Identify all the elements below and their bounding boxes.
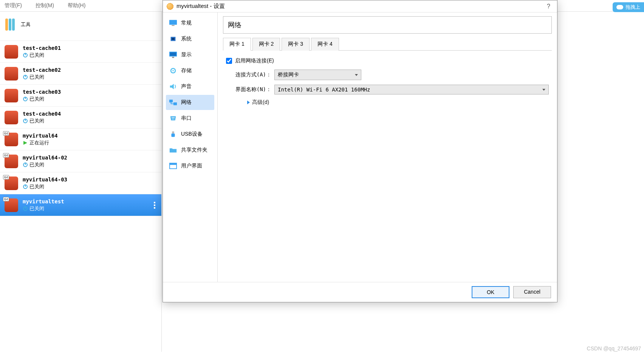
vm-info: test-cache01已关闭 [23, 45, 61, 59]
vm-name: myvirtual64 [23, 133, 58, 139]
svg-rect-31 [172, 132, 174, 134]
vm-os-icon [5, 111, 18, 124]
float-badge[interactable]: 拖拽上 [613, 2, 644, 12]
svg-rect-25 [173, 102, 177, 105]
svg-rect-34 [170, 163, 176, 165]
tab-nic3[interactable]: 网卡 3 [282, 38, 310, 51]
dialog-titlebar: myvirtualtest - 设置 ? [163, 0, 557, 12]
vm-status: 正在运行 [23, 139, 58, 146]
vm-os-icon [5, 67, 18, 81]
vm-item[interactable]: myvirtualtest已关闭 [0, 194, 161, 216]
vm-list: test-cache01已关闭test-cache02已关闭test-cache… [0, 41, 161, 216]
connection-type-label: 连接方式(A)： [226, 71, 271, 78]
vm-info: test-cache03已关闭 [23, 89, 61, 102]
ok-button[interactable]: OK [472, 286, 509, 298]
svg-rect-13 [25, 206, 26, 209]
dialog-help-button[interactable]: ? [544, 3, 553, 10]
connection-type-combo[interactable]: 桥接网卡 [274, 70, 361, 80]
vm-info: myvirtualtest已关闭 [23, 198, 64, 212]
svg-point-27 [173, 117, 173, 118]
nav-network[interactable]: 网络 [166, 95, 214, 110]
vm-name: myvirtual64-03 [23, 176, 67, 183]
menu-control[interactable]: 控制(M) [36, 2, 54, 9]
vm-status: 已关闭 [23, 74, 61, 81]
svg-point-26 [172, 117, 172, 118]
svg-rect-15 [172, 25, 174, 26]
vm-status: 已关闭 [23, 161, 67, 168]
nav-display[interactable]: 显示 [166, 47, 214, 62]
power-off-icon [23, 206, 28, 211]
running-icon [23, 140, 28, 146]
svg-rect-9 [25, 163, 26, 165]
vm-item[interactable]: myvirtual64-02已关闭 [0, 150, 161, 172]
power-off-icon [23, 184, 28, 189]
menu-help[interactable]: 帮助(H) [68, 2, 85, 9]
nav-ui[interactable]: 用户界面 [166, 158, 214, 173]
monitor-icon [169, 19, 177, 27]
settings-dialog: myvirtualtest - 设置 ? 常规 系统 显示 存储 声音 [163, 0, 557, 302]
nic-form: 启用网络连接(E) 连接方式(A)： 桥接网卡 界面名称(N)： Intel(R… [223, 56, 552, 107]
power-off-icon [23, 74, 28, 80]
svg-rect-20 [172, 57, 174, 58]
nav-shared[interactable]: 共享文件夹 [166, 142, 214, 158]
vm-item[interactable]: test-cache04已关闭 [0, 107, 161, 129]
svg-rect-19 [170, 53, 176, 56]
svg-rect-14 [169, 20, 177, 25]
interface-name-combo[interactable]: Intel(R) Wi-Fi 6 AX201 160MHz [274, 85, 549, 94]
settings-nav: 常规 系统 显示 存储 声音 网络 [163, 12, 218, 282]
nav-system[interactable]: 系统 [166, 31, 214, 46]
svg-rect-11 [25, 184, 26, 187]
tab-nic1[interactable]: 网卡 1 [223, 38, 251, 51]
vm-os-icon [5, 89, 18, 102]
vm-name: myvirtualtest [23, 198, 64, 204]
nav-general[interactable]: 常规 [166, 15, 214, 31]
tools-item[interactable]: 工具 [0, 12, 161, 41]
vm-os-icon [5, 133, 18, 146]
svg-rect-32 [171, 133, 175, 137]
vm-os-icon [5, 45, 18, 59]
vm-name: test-cache04 [23, 111, 61, 117]
interface-name-label: 界面名称(N)： [226, 86, 271, 93]
usb-icon [169, 130, 177, 138]
vm-os-icon [5, 198, 18, 212]
tab-nic4[interactable]: 网卡 4 [311, 38, 339, 51]
vm-item[interactable]: myvirtual64正在运行 [0, 129, 161, 150]
power-off-icon [23, 96, 28, 102]
nav-audio[interactable]: 声音 [166, 79, 214, 94]
vm-info: test-cache02已关闭 [23, 67, 61, 81]
vm-item[interactable]: myvirtual64-03已关闭 [0, 172, 161, 194]
vm-info: myvirtual64-02已关闭 [23, 155, 67, 168]
vm-item[interactable]: test-cache02已关闭 [0, 63, 161, 85]
svg-rect-7 [25, 119, 26, 121]
power-off-icon [23, 162, 28, 167]
display-icon [169, 51, 177, 59]
cancel-button[interactable]: Cancel [513, 286, 551, 298]
folder-icon [169, 146, 177, 154]
svg-rect-1 [25, 53, 26, 55]
connection-type-row: 连接方式(A)： 桥接网卡 [226, 70, 549, 80]
nav-serial[interactable]: 串口 [166, 111, 214, 126]
enable-network-checkbox[interactable] [226, 58, 232, 64]
vm-sidebar: 工具 test-cache01已关闭test-cache02已关闭test-ca… [0, 12, 162, 352]
tools-label: 工具 [21, 21, 31, 28]
nav-usb[interactable]: USB设备 [166, 127, 214, 142]
vm-menu-handle[interactable] [154, 202, 155, 209]
svg-point-30 [173, 119, 174, 119]
disk-icon [169, 67, 177, 74]
vm-name: test-cache03 [23, 89, 61, 95]
svg-point-23 [172, 70, 174, 71]
power-off-icon [23, 118, 28, 124]
menu-manage[interactable]: 管理(F) [5, 2, 22, 9]
vm-name: test-cache02 [23, 67, 61, 73]
serial-icon [169, 115, 177, 122]
vm-item[interactable]: test-cache01已关闭 [0, 41, 161, 63]
dialog-body: 常规 系统 显示 存储 声音 网络 [163, 12, 557, 282]
advanced-toggle[interactable]: 高级(d) [247, 99, 549, 106]
interface-name-row: 界面名称(N)： Intel(R) Wi-Fi 6 AX201 160MHz [226, 85, 549, 94]
speaker-icon [169, 83, 177, 90]
tab-nic2[interactable]: 网卡 2 [252, 38, 280, 51]
nav-storage[interactable]: 存储 [166, 63, 214, 78]
vm-item[interactable]: test-cache03已关闭 [0, 85, 161, 107]
vm-os-icon [5, 155, 18, 168]
tools-icon [5, 19, 15, 31]
